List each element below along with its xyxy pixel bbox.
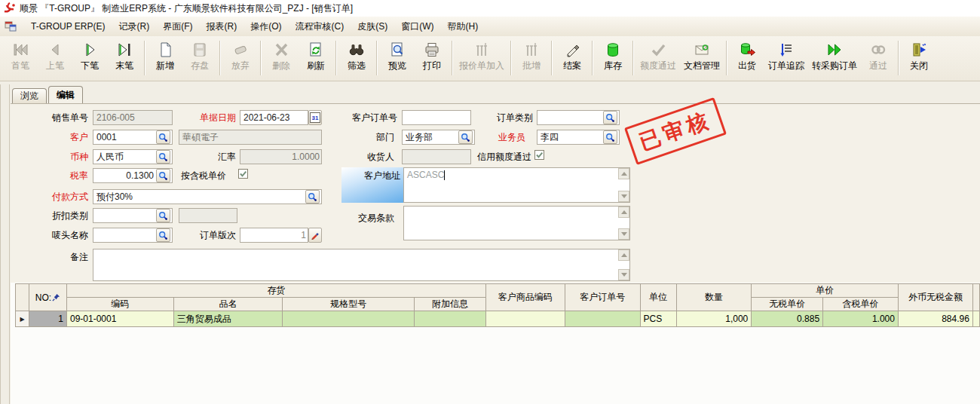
toolbar-order-track-button[interactable]: 订单追踪 [764,38,808,72]
currency-label: 币种 [15,152,88,163]
calendar-button[interactable]: 31 [308,110,322,125]
menu-item-window[interactable]: 窗口(W) [394,18,440,35]
checkmark-icon [239,170,247,178]
order-version-edit-button[interactable] [308,228,322,243]
lookup-button[interactable] [156,150,170,164]
discount-type-field[interactable] [93,208,173,223]
menu-item-report[interactable]: 报表(R) [199,18,243,35]
salesman-field[interactable]: 李四 [537,130,620,145]
tab-browse[interactable]: 浏览 [12,88,47,103]
scroll-down-button[interactable] [618,191,629,202]
price-incl-tax-cell[interactable]: 1.000 [823,311,899,327]
toolbar-document-mgmt-button[interactable]: 文档管理 [680,38,724,72]
lookup-button[interactable] [603,111,617,124]
amount-fc-cell[interactable]: 884.96 [898,311,972,327]
order-version-field[interactable]: 1 [240,228,308,243]
exit-door-icon [910,40,928,60]
toolbar-close-case-button[interactable]: 结案 [555,38,590,72]
exchange-rate-field[interactable]: 1.0000 [240,149,322,164]
code-cell[interactable]: 09-01-0001 [66,311,173,327]
toolbar-new-button[interactable]: 新增 [148,38,182,72]
sales-no-field[interactable]: 2106-005 [93,110,173,125]
menu-item-help[interactable]: 帮助(H) [440,18,485,35]
menu-item-skin[interactable]: 皮肤(S) [351,18,394,35]
toolbar-separator [592,41,593,75]
toolbar-delete-button[interactable]: 删除 [264,38,299,72]
extra-info-cell[interactable] [414,311,485,327]
scroll-up-button[interactable] [618,249,629,261]
qty-cell[interactable]: 1,000 [676,311,752,327]
unit-cell[interactable]: PCS [640,311,676,327]
calendar-icon: 31 [310,112,320,123]
customer-code-field[interactable]: 0001 [93,130,173,145]
menu-item-tgroup-erp[interactable]: T-GROUP ERP(E) [24,19,112,34]
credit-passed-checkbox[interactable] [534,150,544,160]
lookup-button[interactable] [305,190,320,204]
order-type-field[interactable] [537,110,620,125]
toolbar-quote-add-button[interactable]: 报价单加入 [455,38,508,72]
scroll-up-button[interactable] [618,207,629,218]
mark-name-field[interactable] [93,228,173,243]
doc-date-field[interactable]: 2021-06-23 [240,110,308,125]
lookup-button[interactable] [156,169,170,182]
col-group-unit-price: 单价 [752,284,899,298]
toolbar-batch-add-button[interactable]: 批增 [514,38,549,72]
toolbar-approve-button[interactable]: 通过 [861,38,896,72]
toolbar-print-button[interactable]: 打印 [415,38,449,72]
row-selector-cell[interactable]: ▶ [16,311,29,327]
toolbar-save-button[interactable]: 存盘 [182,38,217,72]
lookup-button[interactable] [156,228,170,242]
toolbar-close-button[interactable]: 关闭 [902,38,936,72]
tax-rate-field[interactable]: 0.1300 [93,168,173,183]
title-bar: 顺景 『T-GROUP』 制造业ERP系统 - 广东顺景软件科技有限公司_PZJ… [0,0,980,17]
cust-item-code-cell[interactable] [485,311,565,327]
tax-included-label: 按含税单价 [181,170,235,182]
menu-item-flow-audit[interactable]: 流程审核(C) [288,18,351,35]
toolbar-last-record-button[interactable]: 末笔 [107,38,142,72]
approved-stamp: 已审核 [624,97,727,165]
price-excl-tax-cell[interactable]: 0.885 [752,311,823,327]
quote-columns-icon [473,40,491,60]
toolbar-credit-pass-button[interactable]: 额度通过 [636,38,680,72]
currency-field[interactable]: 人民币 [93,149,173,164]
row-no-cell[interactable]: 1 [29,311,66,327]
customer-name-field[interactable]: 華碩電子 [179,130,322,145]
col-header-cust-item-code: 客户商品编码 [485,284,565,311]
menu-item-interface[interactable]: 界面(F) [156,18,199,35]
sliver-cell [972,311,979,327]
name-cell[interactable]: 三角贸易成品 [173,311,283,327]
col-header-extra-sliver [972,284,979,311]
toolbar-to-purchase-order-button[interactable]: 转采购订单 [808,38,861,72]
trade-terms-input[interactable] [403,206,630,240]
menu-item-operation[interactable]: 操作(O) [243,18,288,35]
toolbar-discard-button[interactable]: 放弃 [223,38,258,72]
toolbar-next-record-button[interactable]: 下笔 [72,38,107,72]
spec-cell[interactable] [283,311,415,327]
menu-item-record[interactable]: 记录(R) [112,18,156,35]
toolbar-preview-button[interactable]: 预览 [380,38,415,72]
toolbar-refresh-button[interactable]: 刷新 [299,38,333,72]
tax-included-checkbox[interactable] [238,169,248,179]
toolbar-first-record-button[interactable]: 首笔 [3,38,38,72]
toolbar-ship-button[interactable]: 出货 [730,38,764,72]
customer-address-input[interactable]: ASCASC [403,167,630,203]
toolbar-separator [376,41,378,75]
table-row: ▶ 1 09-01-0001 三角贸易成品 PCS 1,000 0.885 1.… [16,311,980,327]
scroll-up-button[interactable] [618,168,629,179]
payment-method-field[interactable]: 预付30% [93,189,322,204]
eraser-icon [231,40,250,60]
toolbar-inventory-button[interactable]: 库存 [596,38,630,72]
remark-input[interactable] [93,249,630,281]
scroll-down-button[interactable] [618,269,629,280]
discount-type-name-field[interactable] [179,208,237,223]
toolbar-filter-button[interactable]: 筛选 [339,38,374,72]
toolbar-prev-record-button[interactable]: 上笔 [38,38,72,72]
lookup-button[interactable] [603,130,617,144]
toolbar-separator [898,41,899,75]
cust-order-no-cell[interactable] [565,311,640,327]
lookup-button[interactable] [156,130,170,144]
lookup-button[interactable] [156,209,170,222]
toolbar-separator [726,41,727,75]
tab-edit[interactable]: 编辑 [48,86,83,103]
scroll-down-button[interactable] [618,228,629,240]
